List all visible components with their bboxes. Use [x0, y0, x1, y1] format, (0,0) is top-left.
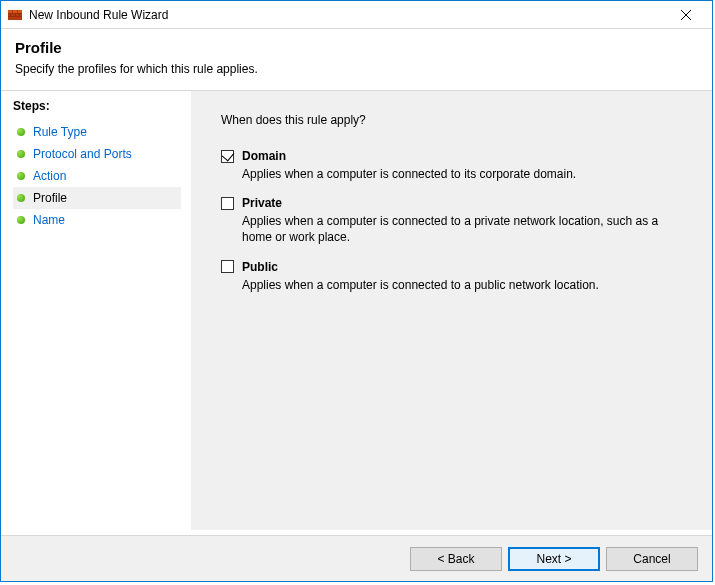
option-name: Private	[242, 196, 282, 210]
public-checkbox[interactable]	[221, 260, 234, 273]
svg-rect-8	[20, 13, 21, 16]
step-name[interactable]: Name	[13, 209, 181, 231]
svg-rect-5	[17, 10, 18, 13]
step-bullet-icon	[17, 128, 25, 136]
svg-rect-3	[8, 16, 22, 17]
domain-checkbox[interactable]	[221, 150, 234, 163]
step-link[interactable]: Name	[33, 213, 65, 227]
wizard-header: Profile Specify the profiles for which t…	[1, 29, 712, 90]
option-name: Domain	[242, 149, 286, 163]
svg-rect-7	[15, 13, 16, 16]
option-public: Public Applies when a computer is connec…	[221, 260, 692, 293]
button-bar: < Back Next > Cancel	[1, 535, 712, 581]
private-checkbox[interactable]	[221, 197, 234, 210]
step-link[interactable]: Rule Type	[33, 125, 87, 139]
step-label: Profile	[33, 191, 67, 205]
option-private: Private Applies when a computer is conne…	[221, 196, 692, 245]
steps-sidebar: Steps: Rule Type Protocol and Ports Acti…	[1, 91, 191, 530]
step-bullet-icon	[17, 150, 25, 158]
svg-rect-1	[8, 10, 22, 13]
option-name: Public	[242, 260, 278, 274]
step-bullet-icon	[17, 194, 25, 202]
step-protocol-and-ports[interactable]: Protocol and Ports	[13, 143, 181, 165]
svg-rect-4	[12, 10, 13, 13]
step-bullet-icon	[17, 172, 25, 180]
window-title: New Inbound Rule Wizard	[29, 8, 168, 22]
step-bullet-icon	[17, 216, 25, 224]
option-desc: Applies when a computer is connected to …	[242, 277, 672, 293]
step-link[interactable]: Action	[33, 169, 66, 183]
firewall-icon	[7, 7, 23, 23]
step-link[interactable]: Protocol and Ports	[33, 147, 132, 161]
back-button[interactable]: < Back	[410, 547, 502, 571]
svg-rect-2	[8, 13, 22, 14]
wizard-window: New Inbound Rule Wizard Profile Specify …	[0, 0, 713, 582]
page-title: Profile	[15, 39, 698, 56]
main-panel: When does this rule apply? Domain Applie…	[191, 91, 712, 530]
svg-rect-6	[10, 13, 11, 16]
title-bar: New Inbound Rule Wizard	[1, 1, 712, 29]
next-button[interactable]: Next >	[508, 547, 600, 571]
option-desc: Applies when a computer is connected to …	[242, 166, 672, 182]
option-domain: Domain Applies when a computer is connec…	[221, 149, 692, 182]
step-action[interactable]: Action	[13, 165, 181, 187]
cancel-button[interactable]: Cancel	[606, 547, 698, 571]
step-rule-type[interactable]: Rule Type	[13, 121, 181, 143]
prompt-text: When does this rule apply?	[221, 113, 692, 127]
option-desc: Applies when a computer is connected to …	[242, 213, 672, 245]
step-profile[interactable]: Profile	[13, 187, 181, 209]
page-subtitle: Specify the profiles for which this rule…	[15, 62, 698, 76]
close-button[interactable]	[666, 2, 706, 28]
steps-heading: Steps:	[13, 99, 181, 113]
